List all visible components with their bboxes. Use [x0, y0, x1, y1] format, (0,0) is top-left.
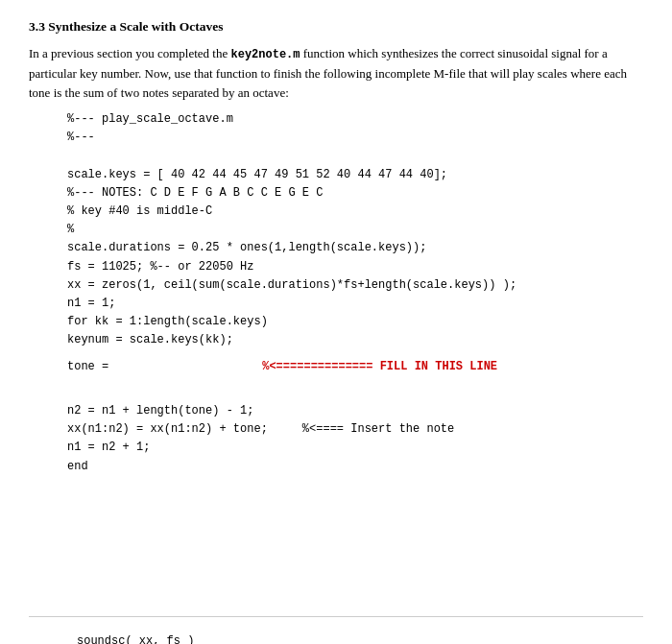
soundsc-line: soundsc( xx, fs ) [77, 632, 643, 644]
intro-text: In a previous section you completed the [29, 46, 230, 60]
intro-paragraph: In a previous section you completed the … [29, 44, 643, 103]
code-line-1: %--- play_scale_octave.m %--- scale.keys… [67, 112, 516, 346]
bottom-section: soundsc( xx, fs ) For the tone = line, g… [29, 616, 643, 644]
code-line-2: n2 = n1 + length(tone) - 1; xx(n1:n2) = … [67, 404, 454, 473]
tone-label: tone = [67, 358, 108, 376]
tone-fill: %<============== FILL IN THIS LINE [262, 358, 497, 376]
key2note-bold: key2note.m [230, 48, 300, 61]
tone-line-block: tone = %<============== FILL IN THIS LIN… [67, 358, 643, 376]
spacer [29, 484, 643, 599]
code-block-main: %--- play_scale_octave.m %--- scale.keys… [67, 110, 643, 349]
code-block-2: n2 = n1 + length(tone) - 1; xx(n1:n2) = … [67, 384, 643, 476]
section-title: 3.3 Synthesize a Scale with Octaves [29, 17, 643, 36]
